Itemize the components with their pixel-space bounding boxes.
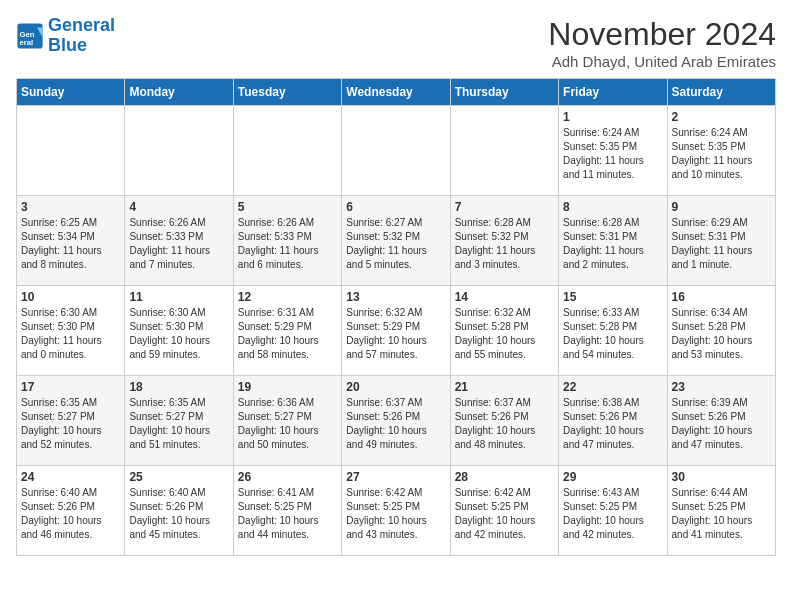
day-info: Sunrise: 6:30 AM Sunset: 5:30 PM Dayligh… xyxy=(129,306,228,362)
day-info: Sunrise: 6:28 AM Sunset: 5:31 PM Dayligh… xyxy=(563,216,662,272)
day-number: 18 xyxy=(129,380,228,394)
calendar-week-3: 10Sunrise: 6:30 AM Sunset: 5:30 PM Dayli… xyxy=(17,286,776,376)
calendar-day-11: 11Sunrise: 6:30 AM Sunset: 5:30 PM Dayli… xyxy=(125,286,233,376)
day-info: Sunrise: 6:32 AM Sunset: 5:28 PM Dayligh… xyxy=(455,306,554,362)
calendar-day-7: 7Sunrise: 6:28 AM Sunset: 5:32 PM Daylig… xyxy=(450,196,558,286)
day-info: Sunrise: 6:24 AM Sunset: 5:35 PM Dayligh… xyxy=(563,126,662,182)
calendar-day-13: 13Sunrise: 6:32 AM Sunset: 5:29 PM Dayli… xyxy=(342,286,450,376)
day-info: Sunrise: 6:26 AM Sunset: 5:33 PM Dayligh… xyxy=(238,216,337,272)
empty-day xyxy=(450,106,558,196)
calendar-day-21: 21Sunrise: 6:37 AM Sunset: 5:26 PM Dayli… xyxy=(450,376,558,466)
day-number: 2 xyxy=(672,110,771,124)
calendar-day-6: 6Sunrise: 6:27 AM Sunset: 5:32 PM Daylig… xyxy=(342,196,450,286)
header-day-friday: Friday xyxy=(559,79,667,106)
day-info: Sunrise: 6:30 AM Sunset: 5:30 PM Dayligh… xyxy=(21,306,120,362)
day-number: 24 xyxy=(21,470,120,484)
day-number: 20 xyxy=(346,380,445,394)
day-info: Sunrise: 6:42 AM Sunset: 5:25 PM Dayligh… xyxy=(346,486,445,542)
calendar-day-1: 1Sunrise: 6:24 AM Sunset: 5:35 PM Daylig… xyxy=(559,106,667,196)
calendar-day-24: 24Sunrise: 6:40 AM Sunset: 5:26 PM Dayli… xyxy=(17,466,125,556)
day-number: 14 xyxy=(455,290,554,304)
day-info: Sunrise: 6:32 AM Sunset: 5:29 PM Dayligh… xyxy=(346,306,445,362)
calendar-day-10: 10Sunrise: 6:30 AM Sunset: 5:30 PM Dayli… xyxy=(17,286,125,376)
calendar-day-25: 25Sunrise: 6:40 AM Sunset: 5:26 PM Dayli… xyxy=(125,466,233,556)
calendar-day-9: 9Sunrise: 6:29 AM Sunset: 5:31 PM Daylig… xyxy=(667,196,775,286)
calendar-day-28: 28Sunrise: 6:42 AM Sunset: 5:25 PM Dayli… xyxy=(450,466,558,556)
day-number: 1 xyxy=(563,110,662,124)
logo: Gen eral General Blue xyxy=(16,16,115,56)
calendar-day-22: 22Sunrise: 6:38 AM Sunset: 5:26 PM Dayli… xyxy=(559,376,667,466)
calendar-day-3: 3Sunrise: 6:25 AM Sunset: 5:34 PM Daylig… xyxy=(17,196,125,286)
day-number: 8 xyxy=(563,200,662,214)
day-info: Sunrise: 6:26 AM Sunset: 5:33 PM Dayligh… xyxy=(129,216,228,272)
day-info: Sunrise: 6:39 AM Sunset: 5:26 PM Dayligh… xyxy=(672,396,771,452)
day-number: 17 xyxy=(21,380,120,394)
day-number: 4 xyxy=(129,200,228,214)
day-number: 27 xyxy=(346,470,445,484)
calendar-body: 1Sunrise: 6:24 AM Sunset: 5:35 PM Daylig… xyxy=(17,106,776,556)
day-info: Sunrise: 6:37 AM Sunset: 5:26 PM Dayligh… xyxy=(346,396,445,452)
day-number: 11 xyxy=(129,290,228,304)
day-number: 29 xyxy=(563,470,662,484)
day-number: 30 xyxy=(672,470,771,484)
day-number: 28 xyxy=(455,470,554,484)
day-number: 5 xyxy=(238,200,337,214)
day-number: 12 xyxy=(238,290,337,304)
header-row: SundayMondayTuesdayWednesdayThursdayFrid… xyxy=(17,79,776,106)
calendar-week-2: 3Sunrise: 6:25 AM Sunset: 5:34 PM Daylig… xyxy=(17,196,776,286)
day-info: Sunrise: 6:31 AM Sunset: 5:29 PM Dayligh… xyxy=(238,306,337,362)
day-number: 13 xyxy=(346,290,445,304)
day-number: 15 xyxy=(563,290,662,304)
day-info: Sunrise: 6:29 AM Sunset: 5:31 PM Dayligh… xyxy=(672,216,771,272)
day-info: Sunrise: 6:40 AM Sunset: 5:26 PM Dayligh… xyxy=(129,486,228,542)
calendar-day-26: 26Sunrise: 6:41 AM Sunset: 5:25 PM Dayli… xyxy=(233,466,341,556)
day-number: 3 xyxy=(21,200,120,214)
day-info: Sunrise: 6:35 AM Sunset: 5:27 PM Dayligh… xyxy=(129,396,228,452)
calendar-day-15: 15Sunrise: 6:33 AM Sunset: 5:28 PM Dayli… xyxy=(559,286,667,376)
calendar-title: November 2024 xyxy=(548,16,776,53)
day-info: Sunrise: 6:25 AM Sunset: 5:34 PM Dayligh… xyxy=(21,216,120,272)
day-number: 25 xyxy=(129,470,228,484)
calendar-day-27: 27Sunrise: 6:42 AM Sunset: 5:25 PM Dayli… xyxy=(342,466,450,556)
calendar-week-1: 1Sunrise: 6:24 AM Sunset: 5:35 PM Daylig… xyxy=(17,106,776,196)
calendar-day-29: 29Sunrise: 6:43 AM Sunset: 5:25 PM Dayli… xyxy=(559,466,667,556)
empty-day xyxy=(342,106,450,196)
day-info: Sunrise: 6:40 AM Sunset: 5:26 PM Dayligh… xyxy=(21,486,120,542)
day-info: Sunrise: 6:44 AM Sunset: 5:25 PM Dayligh… xyxy=(672,486,771,542)
calendar-day-12: 12Sunrise: 6:31 AM Sunset: 5:29 PM Dayli… xyxy=(233,286,341,376)
day-info: Sunrise: 6:43 AM Sunset: 5:25 PM Dayligh… xyxy=(563,486,662,542)
header-day-monday: Monday xyxy=(125,79,233,106)
day-number: 7 xyxy=(455,200,554,214)
day-number: 23 xyxy=(672,380,771,394)
header-day-tuesday: Tuesday xyxy=(233,79,341,106)
calendar-day-23: 23Sunrise: 6:39 AM Sunset: 5:26 PM Dayli… xyxy=(667,376,775,466)
calendar-day-17: 17Sunrise: 6:35 AM Sunset: 5:27 PM Dayli… xyxy=(17,376,125,466)
day-info: Sunrise: 6:33 AM Sunset: 5:28 PM Dayligh… xyxy=(563,306,662,362)
svg-text:eral: eral xyxy=(20,38,34,47)
header-day-thursday: Thursday xyxy=(450,79,558,106)
day-number: 21 xyxy=(455,380,554,394)
calendar-week-4: 17Sunrise: 6:35 AM Sunset: 5:27 PM Dayli… xyxy=(17,376,776,466)
day-number: 22 xyxy=(563,380,662,394)
header-day-sunday: Sunday xyxy=(17,79,125,106)
header-day-wednesday: Wednesday xyxy=(342,79,450,106)
day-info: Sunrise: 6:28 AM Sunset: 5:32 PM Dayligh… xyxy=(455,216,554,272)
calendar-day-19: 19Sunrise: 6:36 AM Sunset: 5:27 PM Dayli… xyxy=(233,376,341,466)
calendar-day-14: 14Sunrise: 6:32 AM Sunset: 5:28 PM Dayli… xyxy=(450,286,558,376)
empty-day xyxy=(17,106,125,196)
calendar-day-30: 30Sunrise: 6:44 AM Sunset: 5:25 PM Dayli… xyxy=(667,466,775,556)
calendar-day-20: 20Sunrise: 6:37 AM Sunset: 5:26 PM Dayli… xyxy=(342,376,450,466)
title-block: November 2024 Adh Dhayd, United Arab Emi… xyxy=(548,16,776,70)
day-info: Sunrise: 6:24 AM Sunset: 5:35 PM Dayligh… xyxy=(672,126,771,182)
logo-text: General Blue xyxy=(48,16,115,56)
day-info: Sunrise: 6:34 AM Sunset: 5:28 PM Dayligh… xyxy=(672,306,771,362)
calendar-day-16: 16Sunrise: 6:34 AM Sunset: 5:28 PM Dayli… xyxy=(667,286,775,376)
header-day-saturday: Saturday xyxy=(667,79,775,106)
day-info: Sunrise: 6:41 AM Sunset: 5:25 PM Dayligh… xyxy=(238,486,337,542)
calendar-day-4: 4Sunrise: 6:26 AM Sunset: 5:33 PM Daylig… xyxy=(125,196,233,286)
calendar-week-5: 24Sunrise: 6:40 AM Sunset: 5:26 PM Dayli… xyxy=(17,466,776,556)
calendar-header: SundayMondayTuesdayWednesdayThursdayFrid… xyxy=(17,79,776,106)
day-number: 26 xyxy=(238,470,337,484)
day-info: Sunrise: 6:37 AM Sunset: 5:26 PM Dayligh… xyxy=(455,396,554,452)
calendar-day-2: 2Sunrise: 6:24 AM Sunset: 5:35 PM Daylig… xyxy=(667,106,775,196)
